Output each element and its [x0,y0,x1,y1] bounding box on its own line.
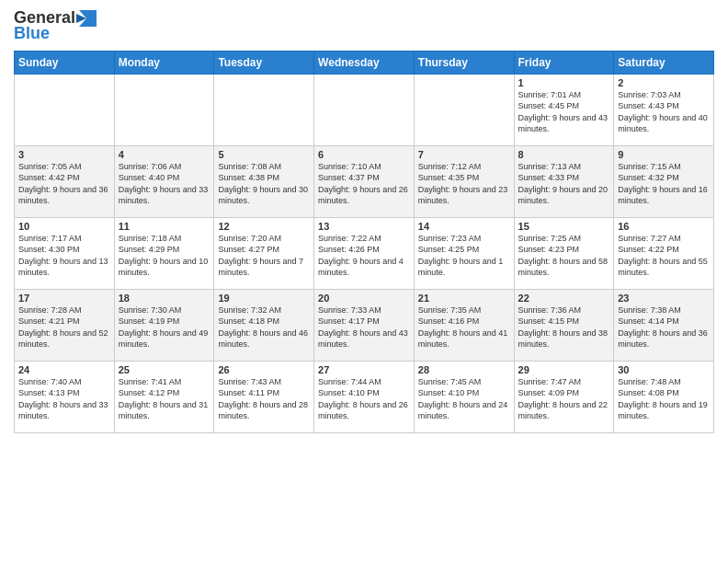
calendar-week-3: 10Sunrise: 7:17 AM Sunset: 4:30 PM Dayli… [15,217,714,289]
day-info: Sunrise: 7:45 AM Sunset: 4:10 PM Dayligh… [418,376,510,422]
calendar-cell: 14Sunrise: 7:23 AM Sunset: 4:25 PM Dayli… [414,217,514,289]
day-number: 13 [318,221,410,232]
day-number: 7 [418,149,510,160]
day-info: Sunrise: 7:17 AM Sunset: 4:30 PM Dayligh… [18,233,110,279]
calendar-cell: 3Sunrise: 7:05 AM Sunset: 4:42 PM Daylig… [15,145,115,217]
calendar-week-1: 1Sunrise: 7:01 AM Sunset: 4:45 PM Daylig… [15,74,714,145]
calendar-cell: 1Sunrise: 7:01 AM Sunset: 4:45 PM Daylig… [514,74,614,145]
day-info: Sunrise: 7:33 AM Sunset: 4:17 PM Dayligh… [318,304,410,350]
calendar-cell: 10Sunrise: 7:17 AM Sunset: 4:30 PM Dayli… [15,217,115,289]
day-number: 20 [318,293,410,304]
calendar-cell: 29Sunrise: 7:47 AM Sunset: 4:09 PM Dayli… [514,361,614,432]
calendar-cell: 17Sunrise: 7:28 AM Sunset: 4:21 PM Dayli… [15,289,115,361]
day-number: 5 [218,149,310,160]
day-info: Sunrise: 7:38 AM Sunset: 4:14 PM Dayligh… [618,304,710,350]
day-info: Sunrise: 7:05 AM Sunset: 4:42 PM Dayligh… [18,161,110,207]
day-info: Sunrise: 7:35 AM Sunset: 4:16 PM Dayligh… [418,304,510,350]
calendar-cell: 27Sunrise: 7:44 AM Sunset: 4:10 PM Dayli… [314,361,415,432]
day-info: Sunrise: 7:22 AM Sunset: 4:26 PM Dayligh… [318,233,410,279]
calendar-week-5: 24Sunrise: 7:40 AM Sunset: 4:13 PM Dayli… [15,361,714,432]
calendar-cell: 15Sunrise: 7:25 AM Sunset: 4:23 PM Dayli… [514,217,614,289]
calendar-cell: 2Sunrise: 7:03 AM Sunset: 4:43 PM Daylig… [614,74,714,145]
calendar-cell: 22Sunrise: 7:36 AM Sunset: 4:15 PM Dayli… [514,289,614,361]
day-number: 24 [18,364,110,375]
day-info: Sunrise: 7:48 AM Sunset: 4:08 PM Dayligh… [618,376,710,422]
calendar-cell: 20Sunrise: 7:33 AM Sunset: 4:17 PM Dayli… [314,289,415,361]
day-number: 3 [18,149,110,160]
day-info: Sunrise: 7:15 AM Sunset: 4:32 PM Dayligh… [618,161,710,207]
header-day-sunday: Sunday [15,51,115,74]
day-number: 1 [518,77,610,88]
day-info: Sunrise: 7:01 AM Sunset: 4:45 PM Dayligh… [518,89,610,135]
day-number: 17 [18,293,110,304]
day-number: 8 [518,149,610,160]
day-number: 27 [318,364,410,375]
day-number: 12 [218,221,310,232]
calendar-cell: 23Sunrise: 7:38 AM Sunset: 4:14 PM Dayli… [614,289,714,361]
main-container: General Blue SundayMondayTuesdayWednesda… [0,0,728,438]
calendar-header-row: SundayMondayTuesdayWednesdayThursdayFrid… [15,51,714,74]
day-number: 26 [218,364,310,375]
day-number: 9 [618,149,710,160]
day-info: Sunrise: 7:44 AM Sunset: 4:10 PM Dayligh… [318,376,410,422]
day-number: 14 [418,221,510,232]
calendar-cell: 7Sunrise: 7:12 AM Sunset: 4:35 PM Daylig… [414,145,514,217]
day-number: 30 [618,364,710,375]
day-info: Sunrise: 7:23 AM Sunset: 4:25 PM Dayligh… [418,233,510,279]
day-info: Sunrise: 7:18 AM Sunset: 4:29 PM Dayligh… [119,233,210,279]
calendar-cell: 11Sunrise: 7:18 AM Sunset: 4:29 PM Dayli… [114,217,214,289]
calendar-cell: 25Sunrise: 7:41 AM Sunset: 4:12 PM Dayli… [114,361,214,432]
calendar-cell: 16Sunrise: 7:27 AM Sunset: 4:22 PM Dayli… [614,217,714,289]
day-info: Sunrise: 7:36 AM Sunset: 4:15 PM Dayligh… [518,304,610,350]
calendar-cell: 26Sunrise: 7:43 AM Sunset: 4:11 PM Dayli… [214,361,314,432]
logo: General Blue [14,9,97,43]
day-info: Sunrise: 7:13 AM Sunset: 4:33 PM Dayligh… [518,161,610,207]
logo-icon [76,10,97,27]
calendar-week-2: 3Sunrise: 7:05 AM Sunset: 4:42 PM Daylig… [15,145,714,217]
calendar-table: SundayMondayTuesdayWednesdayThursdayFrid… [14,51,714,433]
calendar-cell: 18Sunrise: 7:30 AM Sunset: 4:19 PM Dayli… [114,289,214,361]
day-info: Sunrise: 7:40 AM Sunset: 4:13 PM Dayligh… [18,376,110,422]
header: General Blue [14,9,714,43]
day-info: Sunrise: 7:43 AM Sunset: 4:11 PM Dayligh… [218,376,310,422]
calendar-cell: 30Sunrise: 7:48 AM Sunset: 4:08 PM Dayli… [614,361,714,432]
header-day-saturday: Saturday [614,51,714,74]
day-info: Sunrise: 7:20 AM Sunset: 4:27 PM Dayligh… [218,233,310,279]
header-day-tuesday: Tuesday [214,51,314,74]
header-day-thursday: Thursday [414,51,514,74]
day-number: 10 [18,221,110,232]
header-day-monday: Monday [114,51,214,74]
calendar-cell: 6Sunrise: 7:10 AM Sunset: 4:37 PM Daylig… [314,145,415,217]
header-day-friday: Friday [514,51,614,74]
day-number: 22 [518,293,610,304]
day-info: Sunrise: 7:30 AM Sunset: 4:19 PM Dayligh… [119,304,210,350]
day-info: Sunrise: 7:12 AM Sunset: 4:35 PM Dayligh… [418,161,510,207]
calendar-cell: 13Sunrise: 7:22 AM Sunset: 4:26 PM Dayli… [314,217,415,289]
day-number: 29 [518,364,610,375]
day-number: 6 [318,149,410,160]
header-day-wednesday: Wednesday [314,51,415,74]
day-number: 11 [119,221,210,232]
calendar-cell [314,74,415,145]
calendar-cell: 19Sunrise: 7:32 AM Sunset: 4:18 PM Dayli… [214,289,314,361]
day-number: 4 [119,149,210,160]
day-info: Sunrise: 7:28 AM Sunset: 4:21 PM Dayligh… [18,304,110,350]
day-number: 15 [518,221,610,232]
calendar-cell [414,74,514,145]
day-info: Sunrise: 7:10 AM Sunset: 4:37 PM Dayligh… [318,161,410,207]
calendar-cell: 8Sunrise: 7:13 AM Sunset: 4:33 PM Daylig… [514,145,614,217]
calendar-week-4: 17Sunrise: 7:28 AM Sunset: 4:21 PM Dayli… [15,289,714,361]
calendar-cell: 5Sunrise: 7:08 AM Sunset: 4:38 PM Daylig… [214,145,314,217]
day-info: Sunrise: 7:06 AM Sunset: 4:40 PM Dayligh… [119,161,210,207]
day-info: Sunrise: 7:08 AM Sunset: 4:38 PM Dayligh… [218,161,310,207]
calendar-cell: 12Sunrise: 7:20 AM Sunset: 4:27 PM Dayli… [214,217,314,289]
day-number: 19 [218,293,310,304]
day-number: 16 [618,221,710,232]
day-number: 28 [418,364,510,375]
calendar-cell: 28Sunrise: 7:45 AM Sunset: 4:10 PM Dayli… [414,361,514,432]
calendar-cell: 24Sunrise: 7:40 AM Sunset: 4:13 PM Dayli… [15,361,115,432]
calendar-cell [15,74,115,145]
day-info: Sunrise: 7:27 AM Sunset: 4:22 PM Dayligh… [618,233,710,279]
calendar-cell: 21Sunrise: 7:35 AM Sunset: 4:16 PM Dayli… [414,289,514,361]
day-info: Sunrise: 7:47 AM Sunset: 4:09 PM Dayligh… [518,376,610,422]
